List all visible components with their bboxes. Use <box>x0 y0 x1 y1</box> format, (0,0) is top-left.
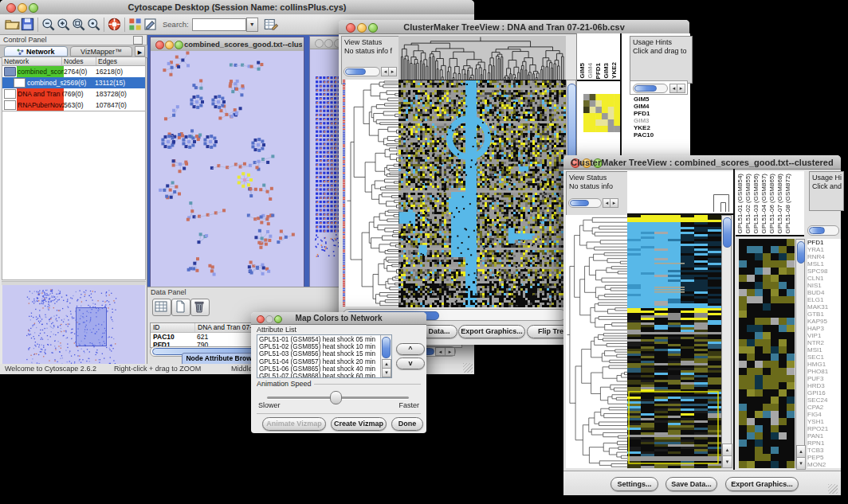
gene-label[interactable]: VIP1 <box>807 332 841 339</box>
network-graph-canvas[interactable] <box>151 51 304 292</box>
gene-label[interactable]: ELG1 <box>807 296 841 303</box>
network-table-row[interactable]: DNA and Tran 07 769(0) 183728(0) <box>2 88 145 100</box>
gene-label[interactable]: RNR4 <box>807 253 841 260</box>
vizmapper-grid-icon[interactable] <box>128 17 143 32</box>
gene-label[interactable]: FIG4 <box>807 411 841 418</box>
gene-label[interactable]: PFD1 <box>634 110 665 117</box>
column-label[interactable]: YKE2 <box>610 62 618 79</box>
gene-label[interactable]: PAN1 <box>807 432 841 440</box>
scrollbar-thumb[interactable] <box>634 85 657 92</box>
gene-label[interactable]: GIM4 <box>634 103 665 110</box>
scrollbar-thumb[interactable] <box>809 227 825 234</box>
usage-hscroll[interactable] <box>633 84 668 93</box>
attribute-list-item[interactable]: GPL51-06 (GSM865) heat shock 40 min <box>259 365 390 373</box>
gene-label[interactable]: PAC10 <box>634 131 665 139</box>
gene-label[interactable]: GIM3 <box>634 117 665 124</box>
network-table-row[interactable]: combined_scores 2764(0) 16218(0) <box>2 66 145 77</box>
close-icon[interactable] <box>315 39 324 48</box>
scroll-down-icon[interactable]: ▾ <box>796 457 806 470</box>
tab-network[interactable]: Network <box>4 46 68 57</box>
export-graphics-button[interactable]: Export Graphics... <box>458 325 525 338</box>
move-down-button[interactable]: v <box>396 357 425 369</box>
gene-label[interactable]: PHO81 <box>807 368 841 375</box>
table-grid-icon[interactable] <box>152 299 171 316</box>
scroll-right-icon[interactable]: ▸ <box>610 198 618 208</box>
column-dendrogram-canvas[interactable] <box>398 36 566 80</box>
gene-label[interactable]: SPC98 <box>807 268 841 275</box>
gene-label[interactable]: NIS1 <box>807 282 841 289</box>
gene-label[interactable]: YKE2 <box>634 124 665 131</box>
attribute-list-item[interactable]: GPL51-07 (GSM868) heat shock 60 min <box>259 373 390 378</box>
attribute-list-vscroll[interactable]: ▴ ▾ <box>380 335 391 377</box>
gene-label[interactable]: SEC1 <box>807 354 841 361</box>
zoom-selected-icon[interactable] <box>86 17 101 32</box>
scroll-down-icon[interactable]: ▾ <box>722 455 732 468</box>
settings-button[interactable]: Settings... <box>610 477 658 491</box>
gene-label[interactable]: NTR2 <box>807 339 841 346</box>
gene-label[interactable]: MSI1 <box>807 346 841 354</box>
scroll-down-icon[interactable]: ▾ <box>382 368 391 377</box>
tab-vizmapper[interactable]: VizMapper™ <box>70 46 132 57</box>
gene-label[interactable]: HMG1 <box>807 361 841 368</box>
annotation-icon[interactable] <box>143 17 158 32</box>
gene-label[interactable]: GPI16 <box>807 389 841 397</box>
network-frame1-titlebar[interactable]: combined_scores_good.txt--cluste... <box>151 37 304 52</box>
gene-label[interactable]: BUD4 <box>807 289 841 296</box>
gene-list-vscrollbar[interactable]: ▴ ▾ <box>795 239 805 468</box>
open-folder-icon[interactable] <box>5 17 20 32</box>
gene-label[interactable]: PEP5 <box>807 454 841 461</box>
zoom-window-icon[interactable] <box>175 41 183 49</box>
network-table-row[interactable]: RNAPuberNov2+ 563(0) 107847(0) <box>2 100 145 111</box>
zoom-fit-icon[interactable] <box>71 17 86 32</box>
view-status-hscroll[interactable] <box>568 198 602 208</box>
save-data-button[interactable]: Save Data... <box>665 477 717 491</box>
treeview2-titlebar[interactable]: ClusterMaker TreeView : combined_scores_… <box>563 155 841 170</box>
column-label[interactable]: GPL51-01 (GSM854) <box>736 174 744 234</box>
gene-label[interactable]: MSL1 <box>807 260 841 268</box>
main-titlebar[interactable]: Cytoscape Desktop (Session Name: collins… <box>0 0 474 15</box>
column-label[interactable]: GPL51-08 (GSM872) <box>784 174 791 234</box>
gene-label[interactable]: YSH1 <box>807 418 841 425</box>
heatmap-canvas[interactable] <box>627 215 721 468</box>
column-label[interactable]: GIM4 <box>587 63 594 79</box>
column-label[interactable]: GIM3 <box>603 63 610 79</box>
heatmap-canvas[interactable] <box>398 80 566 307</box>
gene-label[interactable]: CPA2 <box>807 404 841 411</box>
column-label[interactable]: GPL51-04 (GSM857) <box>760 174 768 234</box>
gene-label[interactable]: HRD3 <box>807 382 841 389</box>
usage-hscroll[interactable] <box>807 225 839 236</box>
gene-label[interactable]: YRA1 <box>807 246 841 253</box>
column-label[interactable]: PFD1 <box>595 63 602 79</box>
resize-grip[interactable] <box>828 484 838 494</box>
export-graphics-button[interactable]: Export Graphics... <box>725 477 799 491</box>
zoom-out-icon[interactable] <box>41 17 56 32</box>
scrollbar-thumb[interactable] <box>570 200 589 206</box>
network-table-row[interactable]: combined_sco 2569(6) 13112(15) <box>2 77 145 88</box>
row-dendrogram-canvas[interactable] <box>346 80 398 307</box>
gene-label[interactable]: PFD1 <box>807 239 841 246</box>
gene-label[interactable]: RPO21 <box>807 425 841 432</box>
close-icon[interactable] <box>155 41 164 49</box>
move-up-button[interactable]: ^ <box>396 343 425 355</box>
scroll-right-icon[interactable]: ▸ <box>677 84 685 93</box>
scroll-up-icon[interactable]: ▴ <box>722 443 732 456</box>
column-label[interactable]: GPL51-02 (GSM855) <box>744 174 752 234</box>
scroll-right-icon[interactable]: ▸ <box>388 67 397 76</box>
scrollbar-thumb[interactable] <box>797 241 805 264</box>
search-dropdown-icon[interactable]: ▼ <box>246 18 258 32</box>
cluster-matrix-canvas[interactable] <box>583 94 620 132</box>
animate-vizmap-button[interactable]: Animate Vizmap <box>262 417 326 431</box>
attribute-list-item[interactable]: GPL51-04 (GSM857) heat shock 20 min <box>259 358 390 365</box>
trash-icon[interactable] <box>190 299 210 316</box>
scroll-right-icon[interactable]: ▸ <box>445 347 455 356</box>
gene-label[interactable]: RPN1 <box>807 440 841 447</box>
done-button[interactable]: Done <box>391 417 423 431</box>
gene-label[interactable]: HAP3 <box>807 325 841 332</box>
column-label[interactable]: GIM5 <box>579 63 586 79</box>
attribute-list-item[interactable]: GPL51-02 (GSM855) heat shock 10 min <box>259 343 390 350</box>
gene-label[interactable]: KAP95 <box>807 318 841 325</box>
search-input[interactable] <box>192 18 246 31</box>
gene-label[interactable]: SEC24 <box>807 397 841 404</box>
heatmap-vscrollbar[interactable]: ▴ ▾ <box>721 215 732 468</box>
scrollbar-thumb[interactable] <box>345 68 366 75</box>
